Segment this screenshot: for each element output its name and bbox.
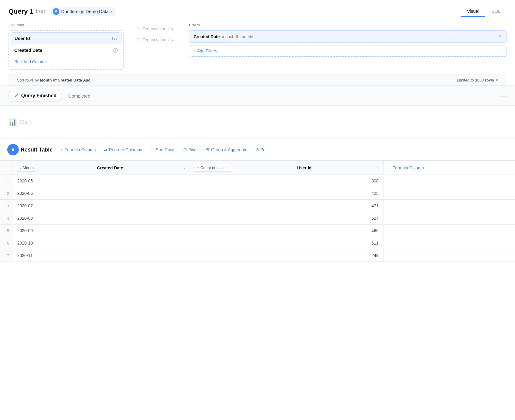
formula-cell [384, 175, 515, 187]
row-num-header [0, 161, 12, 175]
filter-tag-createddate: Created Date in last 6 months ✕ [189, 30, 507, 43]
available-columns: ⊞ Organization Us... ⊞ Organization Us..… [133, 24, 182, 70]
count-cell: 425 [190, 187, 384, 200]
result-section: Result Table + Formula Column ⇄ Reorder … [0, 139, 515, 420]
sort-row: Sort rows by Month of Created Date Asc L… [8, 75, 507, 85]
count-cell: 471 [190, 200, 384, 212]
reorder-columns-button[interactable]: ⇄ Reorder Columns [101, 145, 145, 154]
filters-section: Filters Created Date in last 6 months ✕ … [189, 23, 507, 70]
count-tag-label: Count of distinct [200, 165, 228, 170]
month-tag-label: Month [23, 165, 34, 170]
sort-text: Sort rows by Month of Created Date Asc [17, 78, 90, 82]
group-aggregate-button[interactable]: ⚙ Group & Aggregate [203, 145, 251, 154]
view-tabs: Visual SQL [461, 6, 507, 17]
count-col-expand-icon[interactable]: ∨ [377, 165, 380, 170]
filter-op-label: in last [222, 34, 233, 39]
group-icon: ⚙ [206, 147, 210, 152]
formula-cell [384, 249, 515, 262]
formula-column-button[interactable]: + Formula Column [58, 145, 99, 154]
count-cell: 466 [190, 225, 384, 237]
count-tag-chevron-icon: ∨ [197, 166, 199, 169]
plus-icon: + [61, 147, 63, 152]
count-cell: 249 [190, 249, 384, 262]
table-row: 5 2020-09 466 [0, 225, 515, 237]
count-cell: 611 [190, 237, 384, 249]
sort-field: Month of Created Date [40, 78, 82, 82]
table-row: 1 2020-05 308 [0, 175, 515, 187]
table-row: 4 2020-08 527 [0, 212, 515, 225]
row-num: 5 [0, 225, 12, 237]
row-num: 2 [0, 187, 12, 200]
pivot-icon: ⊞ [183, 147, 187, 152]
available-col-2[interactable]: ⊞ Organization Us... [133, 35, 182, 45]
formula-cell [384, 200, 515, 212]
column-item-createddate[interactable]: Created Date 🕐 [11, 44, 121, 56]
sort-rows-button[interactable]: ↕↓ Sort Rows [147, 145, 178, 154]
row-num: 1 [0, 175, 12, 187]
query-status-bar: ✔ Query Finished Completed — [0, 86, 515, 106]
month-tag[interactable]: ∨ Month [16, 164, 37, 172]
columns-label: Columns [8, 23, 124, 27]
row-num: 3 [0, 200, 12, 212]
check-circle-icon: ✔ [14, 92, 19, 99]
filter-value-label: 6 [236, 34, 238, 39]
datasource-icon: D [53, 8, 59, 15]
datasource-badge[interactable]: D Dundersign Demo Data ▾ [49, 7, 116, 16]
date-cell: 2020-08 [12, 212, 190, 225]
query-title: Query 1 [8, 8, 33, 15]
sort-dir: Asc [83, 78, 90, 82]
count-tag[interactable]: ∨ Count of distinct [194, 164, 232, 172]
formula-cell [384, 225, 515, 237]
table-icon-2: ⊞ [136, 37, 140, 42]
status-left: ✔ Query Finished Completed [8, 90, 90, 102]
limit-chevron-icon: ▾ [496, 78, 498, 82]
columns-box: User Id 123 Created Date 🕐 ⊕ + Add Colum… [8, 30, 124, 70]
formula-cell [384, 212, 515, 225]
limit-text: Limited to 1000 rows [457, 78, 494, 82]
reorder-icon: ⇄ [104, 147, 107, 152]
ze-button[interactable]: ⊘ Ze [252, 145, 268, 154]
query-body: Columns User Id 123 Created Date 🕐 ⊕ + A… [8, 23, 507, 75]
add-column-label: + Add Column [20, 59, 47, 64]
column-type-userid: 123 [111, 36, 118, 41]
table-row: 3 2020-07 471 [0, 200, 515, 212]
date-cell: 2020-05 [12, 175, 190, 187]
rows-limit[interactable]: Limited to 1000 rows ▾ [457, 78, 498, 82]
formula-cell [384, 187, 515, 200]
available-col-1[interactable]: ⊞ Organization Us... [133, 24, 182, 34]
sort-icon: ↕↓ [150, 147, 154, 152]
month-tag-chevron-icon: ∨ [19, 166, 22, 169]
result-table-wrap: ∨ Month Created Date ∨ ∨ [0, 161, 515, 262]
date-cell: 2020-10 [12, 237, 190, 249]
result-toolbar: Result Table + Formula Column ⇄ Reorder … [0, 139, 515, 161]
add-filter-button[interactable]: + Add Filters [189, 45, 507, 57]
chart-bar-icon: 📊 [8, 118, 17, 126]
completed-label: Completed [68, 93, 90, 98]
query-title-area: Query 1 from D Dundersign Demo Data ▾ [8, 7, 116, 16]
from-text: from [36, 8, 47, 15]
tab-visual[interactable]: Visual [461, 6, 485, 17]
row-num: 4 [0, 212, 12, 225]
col-header-count: ∨ Count of distinct User Id ∨ [190, 161, 384, 175]
query-finished-button[interactable]: ✔ Query Finished [8, 90, 62, 102]
table-icon-1: ⊞ [136, 26, 140, 31]
count-cell: 527 [190, 212, 384, 225]
date-cell: 2020-09 [12, 225, 190, 237]
pivot-button[interactable]: ⊞ Pivot [180, 145, 201, 154]
date-cell: 2020-06 [12, 187, 190, 200]
minimize-button[interactable]: — [501, 93, 507, 99]
col-expand-icon[interactable]: ∨ [183, 165, 186, 170]
ze-icon: ⊘ [255, 147, 259, 152]
column-name-userid: User Id [15, 36, 30, 41]
add-formula-col-header[interactable]: + Formula Column [384, 161, 515, 175]
tab-sql[interactable]: SQL [485, 6, 507, 17]
userid-col-header: User Id [234, 165, 375, 170]
add-column-button[interactable]: ⊕ + Add Column [11, 56, 121, 68]
column-item-userid[interactable]: User Id 123 [11, 32, 121, 44]
query-panel: Query 1 from D Dundersign Demo Data ▾ Vi… [0, 0, 515, 86]
filter-close-button[interactable]: ✕ [498, 34, 502, 39]
columns-section: Columns User Id 123 Created Date 🕐 ⊕ + A… [8, 23, 124, 70]
table-row: 2 2020-06 425 [0, 187, 515, 200]
logo-icon [10, 146, 16, 153]
row-num: 6 [0, 237, 12, 249]
